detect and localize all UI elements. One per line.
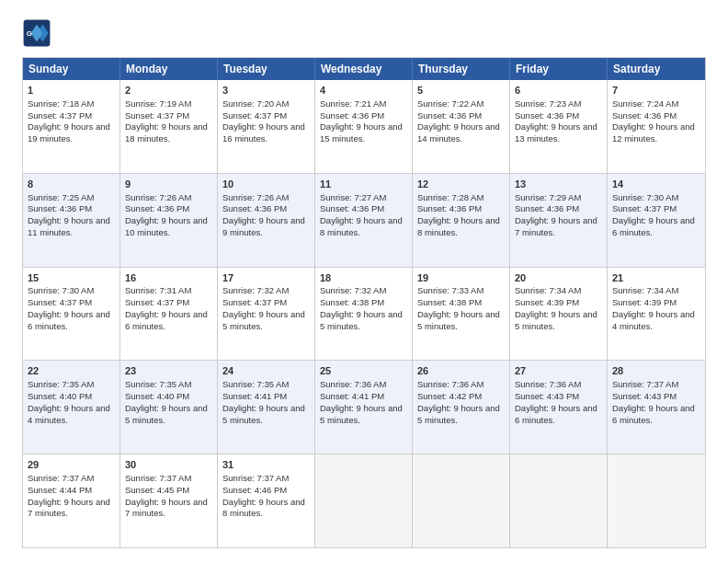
sunrise: Sunrise: 7:35 AM xyxy=(28,379,94,389)
daylight: Daylight: 9 hours and 7 minutes. xyxy=(125,497,208,519)
calendar-cell: 1Sunrise: 7:18 AMSunset: 4:37 PMDaylight… xyxy=(23,80,120,173)
sunset: Sunset: 4:36 PM xyxy=(612,110,677,121)
calendar-cell: 16Sunrise: 7:31 AMSunset: 4:37 PMDayligh… xyxy=(120,268,218,361)
day-number: 22 xyxy=(28,364,115,378)
daylight: Daylight: 9 hours and 5 minutes. xyxy=(417,309,500,331)
sunrise: Sunrise: 7:31 AM xyxy=(125,285,191,295)
sunrise: Sunrise: 7:27 AM xyxy=(320,192,386,202)
calendar-cell: 11Sunrise: 7:27 AMSunset: 4:36 PMDayligh… xyxy=(315,174,413,267)
sunset: Sunset: 4:39 PM xyxy=(612,297,677,307)
calendar-cell: 31Sunrise: 7:37 AMSunset: 4:46 PMDayligh… xyxy=(218,454,315,547)
sunrise: Sunrise: 7:29 AM xyxy=(515,192,581,202)
daylight: Daylight: 9 hours and 5 minutes. xyxy=(417,403,500,425)
sunset: Sunset: 4:36 PM xyxy=(125,203,189,213)
sunrise: Sunrise: 7:35 AM xyxy=(125,379,191,389)
day-number: 10 xyxy=(222,178,310,191)
day-number: 16 xyxy=(125,271,212,285)
sunset: Sunset: 4:45 PM xyxy=(125,485,189,495)
sunset: Sunset: 4:36 PM xyxy=(28,203,92,213)
calendar-cell: 4Sunrise: 7:21 AMSunset: 4:36 PMDaylight… xyxy=(315,80,413,173)
sunset: Sunset: 4:41 PM xyxy=(222,391,287,401)
daylight: Daylight: 9 hours and 7 minutes. xyxy=(28,497,110,519)
sunrise: Sunrise: 7:36 AM xyxy=(320,379,386,389)
day-number: 9 xyxy=(125,178,212,191)
calendar-cell: 12Sunrise: 7:28 AMSunset: 4:36 PMDayligh… xyxy=(413,174,510,267)
calendar-cell: 21Sunrise: 7:34 AMSunset: 4:39 PMDayligh… xyxy=(608,268,705,361)
calendar-cell: 26Sunrise: 7:36 AMSunset: 4:42 PMDayligh… xyxy=(413,361,510,454)
sunset: Sunset: 4:43 PM xyxy=(612,391,677,401)
daylight: Daylight: 9 hours and 15 minutes. xyxy=(320,121,403,144)
calendar-cell: 3Sunrise: 7:20 AMSunset: 4:37 PMDaylight… xyxy=(218,80,315,173)
day-number: 1 xyxy=(28,84,115,98)
calendar-cell: 10Sunrise: 7:26 AMSunset: 4:36 PMDayligh… xyxy=(218,174,315,267)
header: G xyxy=(22,18,706,48)
day-number: 3 xyxy=(222,84,310,98)
sunset: Sunset: 4:37 PM xyxy=(125,110,189,121)
sunrise: Sunrise: 7:23 AM xyxy=(515,98,581,109)
sunset: Sunset: 4:38 PM xyxy=(417,297,482,307)
sunset: Sunset: 4:37 PM xyxy=(222,297,287,307)
sunset: Sunset: 4:37 PM xyxy=(28,110,92,121)
calendar-cell: 2Sunrise: 7:19 AMSunset: 4:37 PMDaylight… xyxy=(120,80,218,173)
calendar-cell xyxy=(510,454,608,547)
sunrise: Sunrise: 7:37 AM xyxy=(222,473,289,483)
daylight: Daylight: 9 hours and 6 minutes. xyxy=(515,403,597,425)
day-number: 26 xyxy=(417,364,505,378)
sunset: Sunset: 4:42 PM xyxy=(417,391,482,401)
day-number: 31 xyxy=(222,458,310,472)
daylight: Daylight: 9 hours and 5 minutes. xyxy=(320,403,403,425)
sunrise: Sunrise: 7:37 AM xyxy=(28,473,94,483)
calendar-cell: 29Sunrise: 7:37 AMSunset: 4:44 PMDayligh… xyxy=(23,454,120,547)
sunset: Sunset: 4:39 PM xyxy=(515,297,579,307)
sunrise: Sunrise: 7:33 AM xyxy=(417,285,483,295)
calendar-cell: 22Sunrise: 7:35 AMSunset: 4:40 PMDayligh… xyxy=(23,361,120,454)
sunrise: Sunrise: 7:26 AM xyxy=(125,192,191,202)
calendar-row-3: 15Sunrise: 7:30 AMSunset: 4:37 PMDayligh… xyxy=(23,267,705,361)
calendar-cell: 6Sunrise: 7:23 AMSunset: 4:36 PMDaylight… xyxy=(510,80,608,173)
calendar-cell: 13Sunrise: 7:29 AMSunset: 4:36 PMDayligh… xyxy=(510,174,608,267)
daylight: Daylight: 9 hours and 8 minutes. xyxy=(417,215,500,237)
sunrise: Sunrise: 7:34 AM xyxy=(612,285,678,295)
calendar-cell: 15Sunrise: 7:30 AMSunset: 4:37 PMDayligh… xyxy=(23,268,120,361)
sunrise: Sunrise: 7:19 AM xyxy=(125,98,191,109)
daylight: Daylight: 9 hours and 6 minutes. xyxy=(612,215,695,237)
calendar-cell: 14Sunrise: 7:30 AMSunset: 4:37 PMDayligh… xyxy=(608,174,705,267)
header-day-sunday: Sunday xyxy=(23,58,120,80)
sunrise: Sunrise: 7:21 AM xyxy=(320,98,386,109)
day-number: 6 xyxy=(515,84,602,98)
calendar-cell: 7Sunrise: 7:24 AMSunset: 4:36 PMDaylight… xyxy=(608,80,705,173)
daylight: Daylight: 9 hours and 6 minutes. xyxy=(612,403,695,425)
day-number: 20 xyxy=(515,271,602,285)
calendar-cell: 30Sunrise: 7:37 AMSunset: 4:45 PMDayligh… xyxy=(120,454,218,547)
sunset: Sunset: 4:36 PM xyxy=(417,203,482,213)
daylight: Daylight: 9 hours and 19 minutes. xyxy=(28,121,110,144)
daylight: Daylight: 9 hours and 5 minutes. xyxy=(222,309,305,331)
sunrise: Sunrise: 7:26 AM xyxy=(222,192,289,202)
header-day-saturday: Saturday xyxy=(608,58,705,80)
day-number: 15 xyxy=(28,271,115,285)
day-number: 8 xyxy=(28,178,115,191)
sunrise: Sunrise: 7:36 AM xyxy=(515,379,581,389)
sunset: Sunset: 4:41 PM xyxy=(320,391,384,401)
sunset: Sunset: 4:44 PM xyxy=(28,485,92,495)
daylight: Daylight: 9 hours and 5 minutes. xyxy=(515,309,597,331)
calendar-cell xyxy=(608,454,705,547)
daylight: Daylight: 9 hours and 16 minutes. xyxy=(222,121,305,144)
day-number: 27 xyxy=(515,364,602,378)
header-day-wednesday: Wednesday xyxy=(315,58,413,80)
sunset: Sunset: 4:36 PM xyxy=(320,110,384,121)
sunset: Sunset: 4:36 PM xyxy=(515,110,579,121)
calendar-cell: 9Sunrise: 7:26 AMSunset: 4:36 PMDaylight… xyxy=(120,174,218,267)
daylight: Daylight: 9 hours and 18 minutes. xyxy=(125,121,208,144)
calendar-cell: 5Sunrise: 7:22 AMSunset: 4:36 PMDaylight… xyxy=(413,80,510,173)
sunrise: Sunrise: 7:37 AM xyxy=(612,379,678,389)
day-number: 28 xyxy=(612,364,700,378)
sunset: Sunset: 4:43 PM xyxy=(515,391,579,401)
daylight: Daylight: 9 hours and 8 minutes. xyxy=(222,497,305,519)
calendar-row-2: 8Sunrise: 7:25 AMSunset: 4:36 PMDaylight… xyxy=(23,173,705,267)
sunrise: Sunrise: 7:24 AM xyxy=(612,98,678,109)
calendar-cell xyxy=(413,454,510,547)
calendar-body: 1Sunrise: 7:18 AMSunset: 4:37 PMDaylight… xyxy=(23,80,705,547)
calendar-cell: 25Sunrise: 7:36 AMSunset: 4:41 PMDayligh… xyxy=(315,361,413,454)
day-number: 29 xyxy=(28,458,115,472)
